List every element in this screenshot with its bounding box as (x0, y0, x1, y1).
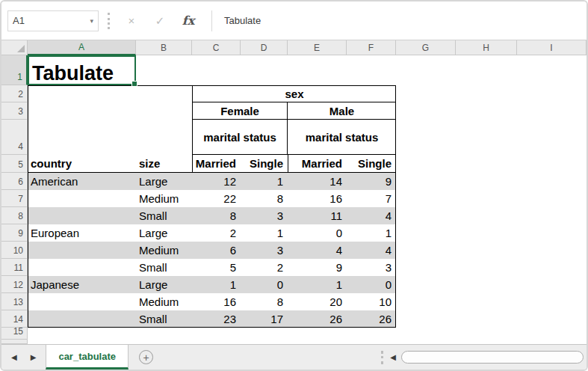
row-header-4[interactable]: 4 (1, 120, 28, 155)
sheet-tab-car-tabulate[interactable]: car_tabulate (46, 345, 129, 370)
cell-B11[interactable]: Small (136, 259, 192, 276)
row-header-2[interactable]: 2 (1, 85, 28, 102)
insert-function-icon[interactable]: fx (174, 10, 202, 31)
cell-married-female-header[interactable]: Married (192, 155, 241, 173)
column-header-C[interactable]: C (192, 40, 241, 55)
cell-size-header[interactable]: size (136, 155, 192, 173)
column-header-I[interactable]: I (517, 40, 587, 55)
row-header-11[interactable]: 11 (1, 259, 28, 276)
row-header-15[interactable]: 15 (1, 328, 28, 340)
cell-F11[interactable]: 3 (347, 259, 396, 276)
cell-E6[interactable]: 14 (288, 173, 347, 190)
cell-E8[interactable]: 11 (288, 207, 347, 224)
scroll-left-icon[interactable]: ◀ (388, 345, 398, 370)
row-header-9[interactable]: 9 (1, 224, 28, 242)
cell-C11[interactable]: 5 (192, 259, 241, 276)
cell-single-female-header[interactable]: Single (241, 155, 288, 173)
cell-D12[interactable]: 0 (241, 276, 288, 293)
cell-D6[interactable]: 1 (241, 173, 288, 190)
cell-sex-header[interactable]: sex (192, 85, 396, 102)
row-header-3[interactable]: 3 (1, 102, 28, 120)
column-header-E[interactable]: E (288, 40, 347, 55)
column-header-H[interactable]: H (456, 40, 517, 55)
cell-F8[interactable]: 4 (347, 207, 396, 224)
cell-F12[interactable]: 0 (347, 276, 396, 293)
cell-F6[interactable]: 9 (347, 173, 396, 190)
column-header-F[interactable]: F (347, 40, 396, 55)
cell-country-header[interactable]: country (28, 155, 136, 173)
cell-C6[interactable]: 12 (192, 173, 241, 190)
cell-C13[interactable]: 16 (192, 293, 241, 310)
cell-C14[interactable]: 23 (192, 310, 241, 328)
cell-A6[interactable]: American (28, 173, 136, 190)
cell-D11[interactable]: 2 (241, 259, 288, 276)
cell-C7[interactable]: 22 (192, 190, 241, 207)
cell-C9[interactable]: 2 (192, 224, 241, 242)
select-all-corner[interactable] (1, 40, 28, 55)
cell-B10[interactable]: Medium (136, 242, 192, 259)
cell-female-header[interactable]: Female (192, 102, 288, 120)
cell-E7[interactable]: 16 (288, 190, 347, 207)
cell-marital-status-male[interactable]: marital status (288, 120, 396, 155)
cell-E13[interactable]: 20 (288, 293, 347, 310)
cell-E14[interactable]: 26 (288, 310, 347, 328)
cell-C10[interactable]: 6 (192, 242, 241, 259)
horizontal-scrollbar[interactable] (398, 345, 587, 370)
cell-C8[interactable]: 8 (192, 207, 241, 224)
row-header-1[interactable]: 1 (1, 55, 28, 85)
row-header-5[interactable]: 5 (1, 155, 28, 173)
column-header-B[interactable]: B (136, 40, 192, 55)
row-header-12[interactable]: 12 (1, 276, 28, 293)
cell-D9[interactable]: 1 (241, 224, 288, 242)
cell-D8[interactable]: 3 (241, 207, 288, 224)
cancel-icon[interactable]: × (117, 10, 146, 31)
cell-E11[interactable]: 9 (288, 259, 347, 276)
cell-D10[interactable]: 3 (241, 242, 288, 259)
name-box[interactable]: A1 ▾ (7, 10, 99, 31)
cell-B8[interactable]: Small (136, 207, 192, 224)
cell-D7[interactable]: 8 (241, 190, 288, 207)
prev-sheet-icon[interactable]: ◀ (9, 353, 19, 361)
horizontal-scrollbar-thumb[interactable] (401, 351, 584, 364)
cell-A12[interactable]: Japanese (28, 276, 136, 293)
cell-E10[interactable]: 4 (288, 242, 347, 259)
cell-male-header[interactable]: Male (288, 102, 396, 120)
formula-bar-grip[interactable] (108, 13, 110, 29)
cell-F13[interactable]: 10 (347, 293, 396, 310)
cell-F7[interactable]: 7 (347, 190, 396, 207)
cell-D14[interactable]: 17 (241, 310, 288, 328)
column-header-D[interactable]: D (241, 40, 288, 55)
add-sheet-button[interactable]: + (139, 350, 153, 364)
tabbar-splitter[interactable] (381, 351, 383, 364)
column-header-G[interactable]: G (396, 40, 456, 55)
cell-marital-status-female[interactable]: marital status (192, 120, 288, 155)
cell-C12[interactable]: 1 (192, 276, 241, 293)
cell-A9[interactable]: European (28, 224, 136, 242)
row-header-6[interactable]: 6 (1, 173, 28, 190)
next-sheet-icon[interactable]: ▶ (28, 353, 39, 361)
sheet-grid[interactable]: A B C D E F G H I 1 2 3 4 5 6 7 8 9 10 1… (1, 40, 587, 344)
cell-F10[interactable]: 4 (347, 242, 396, 259)
cell-E12[interactable]: 1 (288, 276, 347, 293)
cell-B13[interactable]: Medium (136, 293, 192, 310)
column-header-A[interactable]: A (28, 40, 136, 55)
formula-input[interactable]: Tabulate (217, 15, 581, 26)
row-header-10[interactable]: 10 (1, 242, 28, 259)
row-header-14[interactable]: 14 (1, 310, 28, 328)
cell-B14[interactable]: Small (136, 310, 192, 328)
cell-E9[interactable]: 0 (288, 224, 347, 242)
cell-B12[interactable]: Large (136, 276, 192, 293)
row-header-8[interactable]: 8 (1, 207, 28, 224)
cell-single-male-header[interactable]: Single (347, 155, 396, 173)
cell-B9[interactable]: Large (136, 224, 192, 242)
cell-F9[interactable]: 1 (347, 224, 396, 242)
cell-F14[interactable]: 26 (347, 310, 396, 328)
row-header-13[interactable]: 13 (1, 293, 28, 310)
row-header-7[interactable]: 7 (1, 190, 28, 207)
cell-D13[interactable]: 8 (241, 293, 288, 310)
cell-B7[interactable]: Medium (136, 190, 192, 207)
enter-icon[interactable]: ✓ (146, 10, 174, 31)
cell-married-male-header[interactable]: Married (288, 155, 347, 173)
name-box-dropdown-icon[interactable]: ▾ (90, 17, 93, 25)
cell-B6[interactable]: Large (136, 173, 192, 190)
